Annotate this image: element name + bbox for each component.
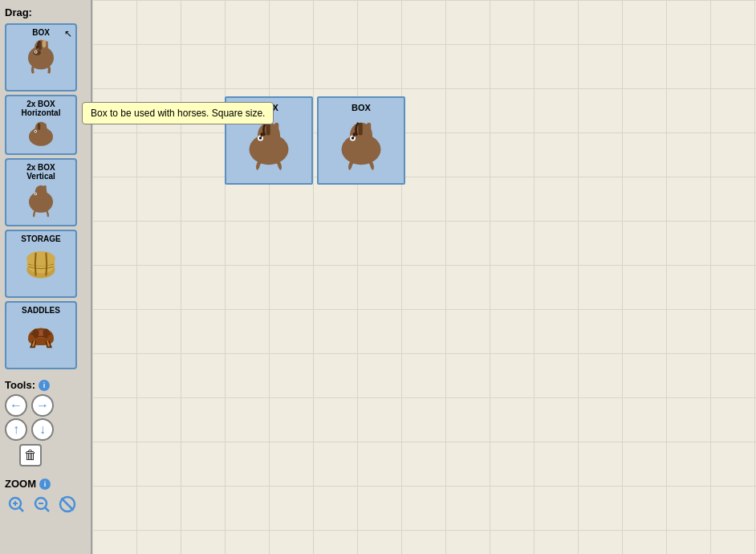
canvas-box-2-label: BOX — [352, 103, 371, 112]
drag-item-storage[interactable]: STORAGE — [5, 230, 77, 298]
svg-point-25 — [43, 328, 49, 337]
canvas-horse-icon-1 — [241, 116, 297, 172]
horse-icon-box — [21, 39, 61, 74]
zoom-section: ZOOM i — [5, 478, 86, 515]
saddle-icon — [21, 316, 61, 352]
zoom-in-button[interactable] — [5, 493, 27, 515]
svg-rect-13 — [38, 124, 40, 130]
svg-rect-18 — [43, 185, 46, 193]
horse-icon-2xv — [21, 182, 61, 218]
svg-rect-39 — [274, 123, 278, 136]
zoom-out-button[interactable] — [30, 493, 53, 515]
svg-point-22 — [26, 251, 55, 267]
canvas-box-1[interactable]: BOX — [225, 96, 313, 185]
zoom-reset-button[interactable] — [56, 493, 79, 515]
move-down-button[interactable]: ↓ — [31, 418, 54, 441]
canvas-box-2[interactable]: BOX — [317, 96, 405, 185]
canvas-horse-icon-2 — [333, 116, 389, 172]
drag-items-container: BOX ↖ — [5, 23, 86, 369]
svg-rect-45 — [367, 123, 371, 136]
drag-item-saddles-label: SADDLES — [22, 306, 60, 315]
svg-line-27 — [20, 508, 24, 512]
svg-line-31 — [46, 508, 50, 512]
svg-point-7 — [43, 40, 47, 48]
horse-icon-2xh — [21, 119, 61, 152]
drag-item-saddles[interactable]: SADDLES — [5, 301, 77, 369]
tools-label: Tools: i — [5, 379, 86, 391]
sidebar: Drag: BOX — [0, 0, 92, 554]
tools-info-icon[interactable]: i — [39, 380, 50, 391]
tools-section: Tools: i ← → ↑ ↓ 🗑 — [5, 379, 86, 471]
svg-rect-46 — [359, 123, 363, 136]
svg-point-44 — [352, 136, 355, 140]
svg-point-24 — [33, 328, 39, 337]
cursor-indicator: ↖ — [64, 28, 72, 39]
canvas-box-1-label: BOX — [259, 103, 278, 112]
drag-item-box-2x-horizontal[interactable]: 2x BOX Horizontal — [5, 95, 77, 155]
svg-rect-12 — [43, 124, 46, 130]
zoom-controls — [5, 493, 86, 515]
move-left-button[interactable]: ← — [5, 394, 27, 417]
move-up-button[interactable]: ↑ — [5, 418, 27, 441]
zoom-label: ZOOM i — [5, 478, 86, 490]
zoom-label-text: ZOOM — [5, 478, 36, 490]
drag-item-storage-label: STORAGE — [21, 234, 60, 243]
svg-point-17 — [35, 193, 37, 195]
storage-icon — [21, 245, 61, 280]
drag-item-box[interactable]: BOX ↖ — [5, 23, 77, 92]
delete-button[interactable]: 🗑 — [19, 444, 42, 466]
tools-label-text: Tools: — [5, 379, 35, 391]
move-right-button[interactable]: → — [31, 394, 54, 417]
svg-line-34 — [62, 499, 74, 511]
svg-rect-40 — [266, 123, 270, 136]
drag-label: Drag: — [5, 6, 86, 18]
drag-item-box-2x-h-label: 2x BOX Horizontal — [22, 100, 61, 117]
drag-item-box-2x-vertical[interactable]: 2x BOX Vertical — [5, 158, 77, 226]
main-canvas[interactable]: BOX BOX — [92, 0, 756, 554]
svg-point-11 — [35, 131, 37, 132]
zoom-info-icon[interactable]: i — [39, 479, 51, 490]
tools-arrow-grid: ← → ↑ ↓ — [5, 394, 56, 441]
svg-point-6 — [35, 51, 37, 53]
svg-point-38 — [259, 136, 262, 140]
drag-item-box-label: BOX — [32, 28, 50, 37]
drag-item-box-2x-v-label: 2x BOX Vertical — [26, 163, 55, 181]
